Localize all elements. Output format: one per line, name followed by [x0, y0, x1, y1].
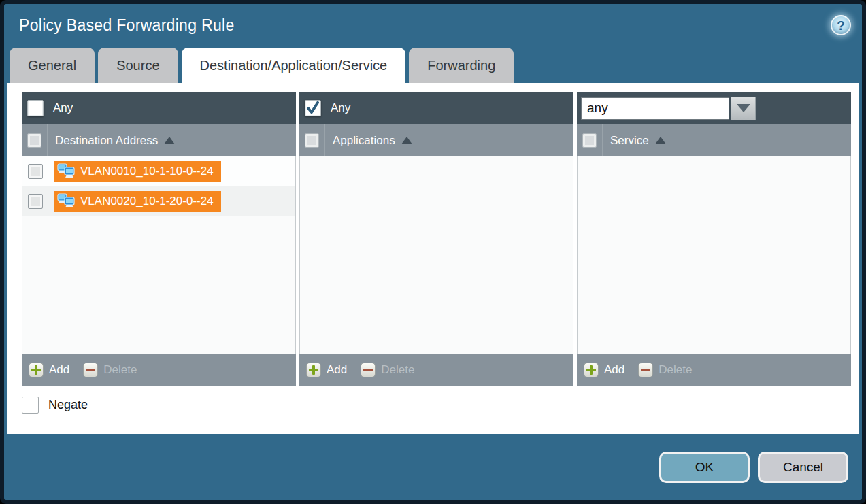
service-list	[577, 156, 851, 354]
service-column-header[interactable]: Service	[610, 134, 649, 148]
question-mark-glyph: ?	[837, 19, 845, 32]
add-button-label: Add	[604, 363, 624, 377]
service-dropdown-value[interactable]: any	[581, 97, 729, 120]
negate-checkbox[interactable]	[22, 397, 39, 414]
sort-ascending-icon[interactable]	[164, 137, 175, 144]
tab-source[interactable]: Source	[98, 48, 178, 83]
add-button[interactable]: Add	[306, 363, 347, 377]
service-dropdown: any	[581, 97, 756, 120]
applications-any-bar: Any	[299, 92, 573, 124]
dialog-title: Policy Based Forwarding Rule	[19, 16, 831, 35]
cancel-button[interactable]: Cancel	[758, 452, 848, 483]
plus-icon	[584, 363, 599, 377]
negate-row: Negate	[22, 397, 851, 414]
plus-icon	[306, 363, 321, 377]
row-checkbox-gutter	[22, 156, 48, 186]
destination-address-column: Any Destination Address	[22, 92, 296, 386]
row-checkbox-gutter	[22, 186, 48, 216]
delete-button-label: Delete	[381, 363, 414, 377]
applications-header-row: Applications	[299, 124, 573, 156]
add-button-label: Add	[49, 363, 69, 377]
service-column: any Service	[577, 92, 851, 386]
dialog-titlebar: Policy Based Forwarding Rule ?	[4, 4, 862, 46]
service-header-checkbox-gutter	[577, 124, 603, 156]
address-object-label: VLAN0020_10-1-20-0--24	[80, 195, 214, 208]
applications-toolbar: Add Delete	[299, 354, 573, 386]
applications-any-checkbox[interactable]	[305, 100, 321, 116]
destination-list: VLAN0010_10-1-10-0--24	[22, 156, 296, 354]
destination-header-checkbox-gutter	[22, 124, 48, 156]
tab-forwarding[interactable]: Forwarding	[409, 48, 514, 83]
address-object-icon	[57, 193, 76, 209]
destination-any-checkbox[interactable]	[27, 100, 44, 116]
row-checkbox[interactable]	[28, 164, 43, 179]
tab-general[interactable]: General	[10, 48, 95, 83]
check-icon	[306, 101, 320, 115]
tab-destination-application-service[interactable]: Destination/Application/Service	[182, 48, 406, 83]
applications-any-label: Any	[331, 101, 350, 115]
applications-list	[299, 156, 573, 354]
add-button[interactable]: Add	[584, 363, 624, 377]
delete-button[interactable]: Delete	[361, 363, 414, 377]
help-icon[interactable]: ?	[831, 15, 851, 35]
service-header-row: Service	[577, 124, 851, 156]
destination-column-header[interactable]: Destination Address	[55, 134, 158, 148]
row-checkbox[interactable]	[28, 194, 43, 209]
table-row[interactable]: VLAN0020_10-1-20-0--24	[22, 186, 295, 216]
three-column-layout: Any Destination Address	[22, 92, 851, 386]
negate-label: Negate	[48, 398, 88, 412]
applications-column: Any Applications Add	[299, 92, 573, 386]
delete-button[interactable]: Delete	[83, 363, 137, 377]
destination-any-label: Any	[53, 101, 73, 115]
service-dropdown-button[interactable]	[731, 97, 756, 120]
table-row[interactable]: VLAN0010_10-1-10-0--24	[22, 156, 295, 186]
sort-ascending-icon[interactable]	[401, 137, 412, 144]
minus-icon	[361, 363, 376, 377]
chevron-down-icon	[737, 104, 750, 112]
delete-button-label: Delete	[659, 363, 692, 377]
minus-icon	[83, 363, 98, 377]
address-object-chip[interactable]: VLAN0010_10-1-10-0--24	[54, 161, 221, 182]
address-object-chip[interactable]: VLAN0020_10-1-20-0--24	[54, 191, 221, 212]
add-button-label: Add	[327, 363, 347, 377]
plus-icon	[29, 363, 44, 377]
policy-based-forwarding-rule-dialog: Policy Based Forwarding Rule ? General S…	[0, 0, 866, 504]
add-button[interactable]: Add	[29, 363, 69, 377]
applications-column-header[interactable]: Applications	[333, 134, 395, 148]
applications-select-all-checkbox[interactable]	[305, 133, 319, 148]
tab-bar: General Source Destination/Application/S…	[4, 46, 862, 83]
delete-button[interactable]: Delete	[638, 363, 692, 377]
destination-toolbar: Add Delete	[22, 354, 296, 386]
service-toolbar: Add Delete	[577, 354, 851, 386]
service-select-all-checkbox[interactable]	[582, 133, 597, 148]
tab-content-panel: Any Destination Address	[7, 83, 859, 434]
minus-icon	[638, 363, 653, 377]
destination-header-row: Destination Address	[22, 124, 296, 156]
service-any-bar: any	[577, 92, 851, 124]
dialog-footer: OK Cancel	[4, 434, 862, 500]
address-object-icon	[57, 163, 76, 180]
applications-header-checkbox-gutter	[299, 124, 325, 156]
sort-ascending-icon[interactable]	[655, 137, 666, 144]
delete-button-label: Delete	[103, 363, 137, 377]
destination-select-all-checkbox[interactable]	[27, 133, 41, 148]
destination-any-bar: Any	[22, 92, 296, 124]
ok-button[interactable]: OK	[659, 452, 750, 483]
address-object-label: VLAN0010_10-1-10-0--24	[80, 165, 214, 178]
